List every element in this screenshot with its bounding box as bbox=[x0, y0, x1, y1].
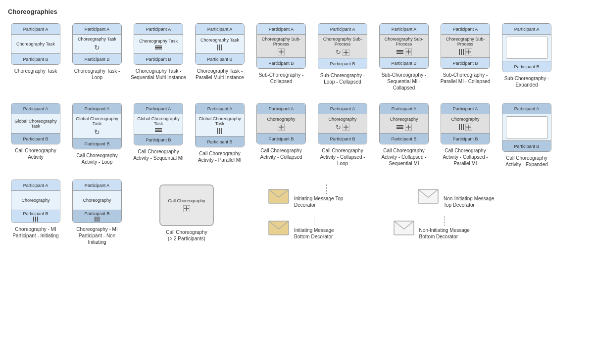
call-choreo-loop-col-bot: Participant B bbox=[318, 133, 367, 144]
sub-choreo-loop-mid: Choreography Sub-Process↻ bbox=[318, 35, 367, 58]
choreo-mi-noninit-box: Participant A Choreography Participant B bbox=[72, 180, 122, 223]
row3-section: Participant A Choreography Participant B… bbox=[8, 180, 586, 245]
call-choreo-activity-bot: Participant B bbox=[11, 133, 60, 144]
sub-choreo-loop-label: Sub-Choreography - Loop - Collapsed bbox=[315, 72, 370, 85]
call-choreo-collapsed-label: Call Choreography Activity - Collapsed bbox=[253, 147, 309, 160]
sub-choreo-expanded-box: Participant A Participant B bbox=[502, 23, 551, 72]
row2-section: Participant A Global Choreography Task P… bbox=[8, 103, 586, 168]
choreography-task-par-box: Participant A Choreography Task Particip… bbox=[195, 23, 245, 65]
non-initiating-top-label: Non-Initiating MessageTop Decorator bbox=[444, 195, 494, 208]
call-choreo-seq-bot: Participant B bbox=[134, 134, 183, 145]
initiating-bot-icon bbox=[268, 221, 289, 235]
call-choreo-par-col-label: Call Choreography Activity - Collapsed -… bbox=[438, 147, 493, 167]
sub-choreo-collapsed-bot: Participant B bbox=[257, 57, 305, 68]
choreography-task-loop-mid: Choreography Task↻ bbox=[73, 35, 121, 53]
call-choreo-loop-item: Participant A Global Choreography Task↻ … bbox=[69, 103, 125, 168]
sub-choreo-collapsed-label: Sub-Choreography - Collapsed bbox=[253, 72, 309, 85]
choreography-task-par-top: Participant A bbox=[196, 24, 244, 35]
choreography-task-loop-item: Participant A Choreography Task↻ Partici… bbox=[69, 23, 125, 91]
sub-choreo-expanded-top: Participant A bbox=[502, 24, 551, 35]
sub-choreo-seq-item: Participant A Choreography Sub-Process P… bbox=[376, 23, 432, 91]
call-choreo-seq-mid: Global Choreography Task bbox=[134, 114, 183, 134]
choreo-mi-init-box: Participant A Choreography Participant B bbox=[11, 180, 60, 223]
choreography-task-label: Choreography Task bbox=[14, 68, 57, 74]
initiating-bot-entry: Initiating MessageBottom Decorator bbox=[268, 216, 334, 240]
call-choreo-loop-col-label: Call Choreography Activity - Collapsed -… bbox=[315, 147, 370, 167]
call-choreo-loop-col-item: Participant A Choreography↻ Participant … bbox=[315, 103, 370, 168]
sub-choreo-par-item: Participant A Choreography Sub-Process P… bbox=[438, 23, 493, 91]
call-choreo-loop-mid: Global Choreography Task↻ bbox=[73, 114, 121, 138]
sub-choreo-par-label: Sub-Choreography - Parallel MI - Collaps… bbox=[438, 72, 493, 85]
call-choreo-expanded-label: Call Choreography Activity - Expanded bbox=[499, 155, 554, 168]
choreography-task-loop-top: Participant A bbox=[73, 24, 121, 35]
non-initiating-bot-label: Non-Initiating MessageBottom Decorator bbox=[419, 227, 470, 240]
page-title: Choreographies bbox=[8, 8, 586, 15]
call-choreo-collapsed-top: Participant A bbox=[257, 103, 305, 114]
choreography-task-par-label: Choreography Task - Parallel Multi Insta… bbox=[192, 68, 248, 81]
non-initiating-bot-entry: Non-Initiating MessageBottom Decorator bbox=[394, 216, 470, 240]
choreography-task-seq-box: Participant A Choreography Task Particip… bbox=[134, 23, 183, 65]
call-choreo-collapsed-item: Participant A Choreography Participant B… bbox=[253, 103, 309, 168]
call-choreo-loop-label: Call Choreography Activity - Loop bbox=[69, 152, 125, 165]
non-initiating-bot-icon bbox=[394, 221, 414, 235]
call-choreo-loop-box: Participant A Global Choreography Task↻ … bbox=[72, 103, 122, 149]
msg-top-row: Initiating Message Top Decorator Non-Ini… bbox=[268, 184, 494, 208]
large-mid-label: Call Choreography bbox=[168, 198, 205, 203]
call-choreo-collapsed-bot: Participant B bbox=[257, 133, 305, 144]
choreo-mi-noninit-bot: Participant B bbox=[73, 210, 121, 223]
call-choreo-seq-col-bot: Participant B bbox=[380, 133, 428, 144]
row1-section: Participant A Choreography Task Particip… bbox=[8, 23, 586, 91]
call-choreo-collapsed-box: Participant A Choreography Participant B bbox=[256, 103, 306, 144]
choreo-mi-init-mid: Choreography bbox=[11, 191, 60, 210]
call-choreo-expanded-box: Participant A Participant B bbox=[502, 103, 551, 152]
call-choreo-seq-top: Participant A bbox=[134, 103, 183, 114]
call-choreo-loop-bot: Participant B bbox=[73, 138, 121, 149]
call-choreo-activity-mid: Global Choreography Task bbox=[11, 114, 60, 133]
sub-choreo-seq-top: Participant A bbox=[380, 24, 428, 35]
choreo-mi-noninit-label: Choreography - MI Participant - Non Init… bbox=[69, 226, 125, 245]
call-choreo-par-col-top: Participant A bbox=[441, 103, 490, 114]
call-choreo-par-item: Participant A Global Choreography Task P… bbox=[192, 103, 248, 168]
choreography-task-bot: Participant B bbox=[11, 53, 60, 64]
choreography-task-mid: Choreography Task bbox=[11, 35, 60, 53]
call-choreo-loop-col-mid: Choreography↻ bbox=[318, 114, 367, 133]
choreography-task-seq-top: Participant A bbox=[134, 24, 183, 35]
initiating-top-entry: Initiating Message Top Decorator bbox=[268, 184, 358, 208]
call-choreo-collapsed-mid: Choreography bbox=[257, 114, 305, 133]
call-choreo-loop-col-box: Participant A Choreography↻ Participant … bbox=[318, 103, 367, 144]
choreography-task-par-item: Participant A Choreography Task Particip… bbox=[192, 23, 248, 91]
call-choreo-activity-box: Participant A Global Choreography Task P… bbox=[11, 103, 60, 144]
call-choreo-expanded-mid bbox=[502, 114, 551, 140]
call-choreo-par-bot: Participant B bbox=[196, 136, 244, 147]
choreography-task-loop-label: Choreography Task - Loop bbox=[69, 68, 125, 81]
choreography-task-item: Participant A Choreography Task Particip… bbox=[8, 23, 63, 91]
sub-choreo-collapsed-mid: Choreography Sub-Process bbox=[257, 35, 305, 57]
sub-choreo-par-top: Participant A bbox=[441, 24, 490, 35]
sub-choreo-collapsed-top: Participant A bbox=[257, 24, 305, 35]
initiating-bot-label: Initiating MessageBottom Decorator bbox=[294, 227, 334, 240]
choreo-mi-init-label: Choreography - MI Participant - Initiati… bbox=[8, 226, 63, 239]
choreo-mi-noninit-item: Participant A Choreography Participant B… bbox=[69, 180, 125, 245]
sub-choreo-loop-top: Participant A bbox=[318, 24, 367, 35]
choreography-task-loop-box: Participant A Choreography Task↻ Partici… bbox=[72, 23, 122, 65]
call-choreo-par-mid: Global Choreography Task bbox=[196, 114, 244, 136]
choreography-task-top: Participant A bbox=[11, 24, 60, 35]
sub-choreo-seq-label: Sub-Choreography - Sequential MI - Colla… bbox=[376, 72, 432, 91]
call-choreo-activity-item: Participant A Global Choreography Task P… bbox=[8, 103, 63, 168]
non-initiating-top-entry: Non-Initiating MessageTop Decorator bbox=[418, 184, 494, 208]
call-choreo-activity-label: Call Choreography Activity bbox=[8, 147, 63, 160]
call-choreo-activity-top: Participant A bbox=[11, 103, 60, 114]
call-choreo-seq-box: Participant A Global Choreography Task P… bbox=[134, 103, 183, 145]
choreo-mi-init-bot: Participant B bbox=[11, 210, 60, 223]
call-choreo-large-box: Call Choreography bbox=[159, 184, 214, 226]
call-choreo-par-col-item: Participant A Choreography Participant B… bbox=[438, 103, 493, 168]
message-decorators-section: Initiating Message Top Decorator Non-Ini… bbox=[268, 184, 494, 240]
call-choreo-loop-col-top: Participant A bbox=[318, 103, 367, 114]
call-choreo-par-label: Call Choreography Activity - Parallel MI bbox=[192, 150, 248, 163]
choreography-task-loop-bot: Participant B bbox=[73, 53, 121, 64]
sub-choreo-collapsed-item: Participant A Choreography Sub-Process P… bbox=[253, 23, 309, 91]
choreography-task-seq-label: Choreography Task - Sequential Multi Ins… bbox=[131, 68, 186, 81]
call-choreo-seq-item: Participant A Global Choreography Task P… bbox=[131, 103, 186, 168]
plus-icon bbox=[183, 205, 190, 212]
choreo-mi-noninit-top: Participant A bbox=[73, 180, 121, 191]
